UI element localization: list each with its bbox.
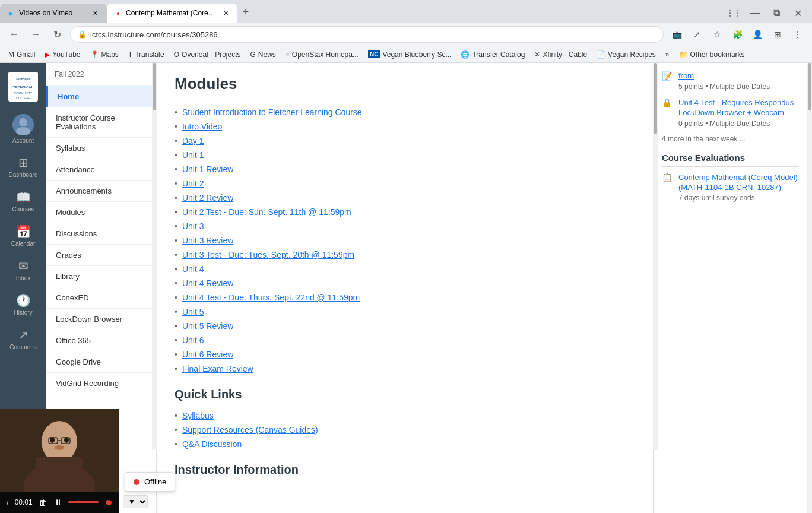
sidebar-item-lockdown[interactable]: LockDown Browser [46,309,156,330]
nav-item-courses[interactable]: 📖 Courses [0,184,46,218]
minimize-button[interactable]: — [747,5,763,21]
module-link-student-intro[interactable]: Student Introduction to Fletcher Learnin… [182,107,362,117]
module-link-unit3[interactable]: Unit 3 [182,221,204,231]
sidebar-item-attendance[interactable]: Attendance [46,159,156,180]
sidebar-item-home[interactable]: Home [46,86,156,107]
module-link-unit1-review[interactable]: Unit 1 Review [182,164,233,174]
module-link-intro-video[interactable]: Intro Video [182,122,222,131]
back-button[interactable]: ← [6,26,23,43]
bookmark-other[interactable]: 📁Other bookmarks [675,49,748,60]
bookmark-openstax[interactable]: ≡OpenStax Homepa... [282,49,362,60]
video-pause-button[interactable]: ⏸ [53,496,64,508]
bookmark-button[interactable]: ☆ [709,26,725,43]
nav-item-calendar[interactable]: 📅 Calendar [0,218,46,253]
close-window-button[interactable]: ✕ [789,5,806,21]
sidebar-item-modules[interactable]: Modules [46,202,156,223]
forward-button[interactable]: → [27,26,44,43]
extension-button[interactable]: 🧩 [729,26,746,43]
tab-vimeo[interactable]: ▶ Videos on Vimeo ✕ [0,4,107,23]
more-items[interactable]: 4 more in the next week ... [662,135,799,143]
evaluation-title[interactable]: Contemp Mathemat (Coreq Model) (MATH-110… [678,173,799,193]
video-stop-button[interactable]: ⏺ [103,496,114,508]
grid-button[interactable]: ⊞ [769,26,786,43]
restore-button[interactable]: ⧉ [768,5,785,21]
module-link-unit3-test[interactable]: Unit 3 Test - Due: Tues. Sept. 20th @ 11… [182,250,354,259]
module-link-unit6-review[interactable]: Unit 6 Review [182,350,233,359]
nav-item-dashboard[interactable]: ⊞ Dashboard [0,150,46,184]
nav-item-commons[interactable]: ↗ Commons [0,322,46,356]
sidebar-scrollbar[interactable] [152,63,157,450]
module-link-unit2-test[interactable]: Unit 2 Test - Due: Sun. Sept. 11th @ 11:… [182,207,351,217]
unit4-due: Multiple Due Dates [710,119,770,128]
sidebar-item-syllabus[interactable]: Syllabus [46,138,156,159]
share-button[interactable]: ↗ [689,26,705,43]
sidebar-item-grades[interactable]: Grades [46,245,156,266]
bookmark-youtube[interactable]: ▶YouTube [41,49,84,60]
quick-link-support[interactable]: Support Resources (Canvas Guides) [182,425,318,435]
todo-item-title[interactable]: from [678,71,799,81]
bookmark-overleaf[interactable]: OOverleaf - Projects [170,49,245,60]
module-link-unit2[interactable]: Unit 2 [182,179,204,188]
bookmark-vegan[interactable]: 📄Vegan Recipes [593,49,659,60]
svg-point-9 [42,421,77,463]
list-item: Unit 2 Test - Due: Sun. Sept. 11th @ 11:… [175,205,635,219]
video-progress[interactable] [68,501,99,504]
bookmark-nc[interactable]: NCVegan Blueberry Sc... [364,49,455,60]
sidebar-item-vidgrid[interactable]: VidGrid Recording [46,373,156,394]
tab-list-button[interactable]: ⋮⋮ [725,5,742,21]
sidebar-item-google-drive[interactable]: Google Drive [46,352,156,373]
xfinity-icon: ✕ [534,50,540,59]
menu-button[interactable]: ⋮ [789,26,806,43]
right-edge-scrollbar[interactable] [807,63,812,513]
bookmark-translate[interactable]: TTranslate [125,49,168,60]
nav-item-inbox[interactable]: ✉ Inbox [0,253,46,287]
tab-canvas[interactable]: ● Contemp Mathemat (Coreq... ✕ [107,4,237,23]
sidebar-item-office365[interactable]: Office 365 [46,330,156,352]
module-link-unit4-review[interactable]: Unit 4 Review [182,278,233,288]
video-prev-button[interactable]: ‹ [5,496,10,508]
new-tab-button[interactable]: + [237,4,254,20]
quick-link-qa[interactable]: Q&A Discussion [182,439,242,449]
module-link-day1[interactable]: Day 1 [182,136,204,145]
logo[interactable]: Fletcher TECHNICAL COMMUNITY COLLEGE [5,69,41,104]
module-link-unit5-review[interactable]: Unit 5 Review [182,321,233,331]
module-link-unit4[interactable]: Unit 4 [182,264,204,274]
todo-section: 📝 from 5 points • Multiple Due Dates 🔒 U… [662,71,799,143]
module-link-final-exam[interactable]: Final Exam Review [182,364,253,373]
list-item: Unit 3 Review [175,233,635,248]
sidebar-item-conexed[interactable]: ConexED [46,287,156,309]
nav-item-history[interactable]: 🕐 History [0,287,46,322]
bookmark-xfinity[interactable]: ✕Xfinity - Cable [531,49,591,60]
sidebar-item-library[interactable]: Library [46,266,156,287]
udoit-select[interactable]: ▼ [123,495,148,508]
list-item: Unit 6 Review [175,347,635,362]
bookmark-more[interactable]: » [662,49,673,60]
sidebar-item-announcements[interactable]: Announcements [46,180,156,202]
quick-link-syllabus[interactable]: Syllabus [182,411,214,420]
bookmark-news[interactable]: GNews [246,49,279,60]
module-link-unit2-review[interactable]: Unit 2 Review [182,193,233,202]
dashboard-icon: ⊞ [18,156,28,170]
sidebar-item-discussions[interactable]: Discussions [46,223,156,245]
unit4-test-title[interactable]: Unit 4 Test - Requires Respondus LockDow… [678,98,799,118]
profile-button[interactable]: 👤 [749,26,766,43]
module-link-unit1[interactable]: Unit 1 [182,150,204,160]
module-link-unit3-review[interactable]: Unit 3 Review [182,236,233,245]
bookmark-gmail[interactable]: MGmail [5,49,39,60]
svg-point-14 [55,445,64,450]
module-link-unit5[interactable]: Unit 5 [182,307,204,316]
module-link-unit6[interactable]: Unit 6 [182,335,204,345]
right-sidebar: 📝 from 5 points • Multiple Due Dates 🔒 U… [653,63,807,513]
reload-button[interactable]: ↻ [49,26,65,43]
sidebar-item-evaluations[interactable]: Instructor Course Evaluations [46,107,156,138]
bookmark-transfer[interactable]: 🌐Transfer Catalog [457,49,528,60]
module-link-unit4-test[interactable]: Unit 4 Test - Due: Thurs. Sept. 22nd @ 1… [182,293,360,302]
address-bar[interactable]: 🔒 lctcs.instructure.com/courses/305286 [70,26,664,43]
nav-item-account[interactable]: Account [0,108,46,150]
tab-vimeo-close[interactable]: ✕ [90,8,100,18]
main-scroll-track[interactable] [653,63,658,450]
bookmark-maps[interactable]: 📍Maps [87,49,122,60]
video-delete-button[interactable]: 🗑 [37,496,48,508]
cast-button[interactable]: 📺 [668,26,685,43]
tab-canvas-close[interactable]: ✕ [221,8,230,18]
